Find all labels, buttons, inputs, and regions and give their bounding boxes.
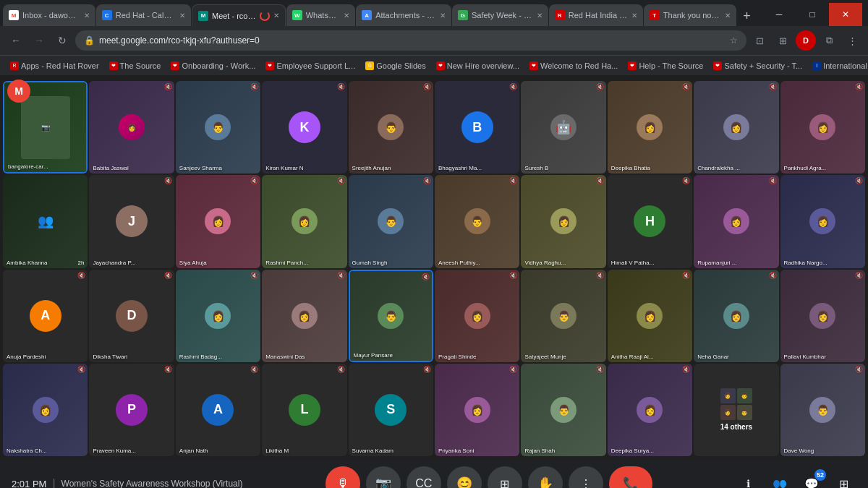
- tab-close-icon[interactable]: ✕: [440, 12, 446, 20]
- redhat-favicon: R: [555, 10, 565, 20]
- menu-button[interactable]: ⋮: [842, 30, 862, 51]
- tile-name: Gumah Singh: [352, 260, 388, 266]
- tab-close-icon[interactable]: ✕: [344, 12, 349, 20]
- forward-button[interactable]: →: [29, 30, 49, 51]
- minimize-button[interactable]: ─: [762, 3, 796, 26]
- meet-right-controls: ℹ 👥 💬 52 ⊞: [735, 471, 856, 488]
- participants-button[interactable]: 👥: [767, 471, 793, 488]
- meet-favicon: M: [198, 11, 208, 21]
- activities-button[interactable]: ⊞: [830, 471, 856, 488]
- bookmark-welcome[interactable]: ❤ Welcome to Red Ha...: [525, 60, 622, 72]
- end-call-button[interactable]: 📞: [609, 466, 652, 488]
- tab-safety[interactable]: G Safety Week - G... ✕: [452, 4, 548, 26]
- tab-close-icon[interactable]: ✕: [273, 12, 279, 20]
- tile-name: Mayur Pansare: [354, 352, 393, 359]
- tile-name: Rashmi Panch...: [265, 260, 308, 266]
- tile-mute-icon: 🔇: [164, 83, 172, 90]
- tile-babita: 👩 🔇 Babita Jaswal: [89, 81, 174, 174]
- tab-bar: M Inbox - dawong... ✕ C Red Hat - Calen.…: [0, 0, 868, 26]
- tile-mute-icon: 🔇: [250, 177, 258, 184]
- tile-mute-icon: 🔇: [855, 83, 863, 90]
- tile-name: Pragati Shinde: [438, 354, 476, 360]
- chat-button[interactable]: 💬 52: [799, 471, 825, 488]
- new-tab-button[interactable]: +: [737, 6, 757, 26]
- star-icon[interactable]: ☆: [730, 35, 738, 46]
- tile-mute-icon: 🔇: [164, 272, 172, 279]
- gmail-favicon: M: [9, 10, 19, 20]
- tab-close-icon[interactable]: ✕: [725, 12, 731, 20]
- tab-inbox[interactable]: M Inbox - dawong... ✕: [3, 4, 95, 26]
- tile-mute-icon: 🔇: [423, 83, 431, 90]
- tile-mute-icon: 🔇: [250, 83, 258, 90]
- info-button[interactable]: ℹ: [735, 471, 761, 488]
- bookmark-sos[interactable]: I International SOS M...: [808, 60, 868, 72]
- tab-redhat-india[interactable]: R Red Hat India S... ✕: [549, 4, 643, 26]
- raise-hand-button[interactable]: ✋: [528, 466, 563, 488]
- tab-loading-icon: [260, 11, 270, 21]
- tab-meet[interactable]: M Meet - rco-t... ✕: [192, 4, 286, 26]
- present-button[interactable]: ⊞: [488, 466, 522, 488]
- tile-name: Anuja Pardeshi: [7, 354, 46, 360]
- bookmark-slides[interactable]: G Google Slides: [361, 60, 430, 72]
- profile-button[interactable]: D: [796, 30, 816, 51]
- tab-close-icon[interactable]: ✕: [179, 12, 185, 20]
- tile-name: Babita Jaswal: [93, 165, 128, 171]
- tile-name: Satyajeet Munje: [524, 354, 566, 360]
- back-button[interactable]: ←: [6, 30, 26, 51]
- emoji-button[interactable]: 😊: [447, 466, 482, 488]
- reload-button[interactable]: ↻: [52, 30, 72, 51]
- bookmark-newhire[interactable]: ❤ New Hire overview...: [432, 60, 524, 72]
- tile-mute-icon: 🔇: [423, 177, 431, 184]
- tile-jayachandra: J 🔇 Jayachandra P...: [89, 175, 174, 267]
- mute-button[interactable]: 🎙: [326, 466, 360, 488]
- cast-button[interactable]: ⊡: [749, 30, 770, 51]
- tile-mute-icon: 🔇: [337, 272, 345, 279]
- screenshot-button[interactable]: ⊞: [773, 30, 793, 51]
- tile-name: Deepika Bhatia: [611, 165, 650, 171]
- bookmark-safety-security[interactable]: ❤ Safety + Security - T...: [709, 60, 807, 72]
- captions-icon: CC: [415, 477, 432, 488]
- tile-chandralekha: 👩 🔇 Chandralekha ...: [694, 81, 778, 174]
- bookmark-source[interactable]: ❤ The Source: [105, 60, 166, 72]
- bookmark-apps[interactable]: R Apps - Red Hat Rover: [6, 60, 103, 72]
- meet-controls-center: 🎙 📷 CC 😊 ⊞ ✋ ⋮ 📞: [326, 466, 652, 488]
- more-options-button[interactable]: ⋮: [569, 466, 603, 488]
- address-input[interactable]: 🔒 meet.google.com/rco-tkjq-xfu?authuser=…: [75, 30, 746, 51]
- tile-suresh: 🤖 🔇 Suresh B: [521, 81, 605, 174]
- bookmark-employee[interactable]: ❤ Employee Support L...: [261, 60, 359, 72]
- close-button[interactable]: ✕: [829, 3, 862, 26]
- mute-icon: 🎙: [336, 476, 349, 489]
- tile-anitha: 👩 🔇 Anitha Raaji Al...: [608, 270, 692, 362]
- tab-close-icon[interactable]: ✕: [537, 12, 542, 20]
- camera-icon: 📷: [375, 476, 391, 488]
- maximize-button[interactable]: □: [796, 3, 829, 26]
- tile-name: Rupamanjuri ...: [697, 260, 736, 266]
- tile-mute-icon: 🔇: [596, 83, 604, 90]
- tile-mute-icon: 🔇: [250, 272, 258, 279]
- tab-thankyou[interactable]: T Thank you note... ✕: [644, 4, 736, 26]
- bookmark-help[interactable]: ❤ Help - The Source: [624, 60, 707, 72]
- tile-name: Anjan Nath: [179, 448, 208, 454]
- meet-logo: M: [7, 80, 30, 103]
- tile-name: Deepika Surya...: [611, 448, 654, 454]
- tile-mute-icon: 🔇: [422, 273, 430, 281]
- tile-count-label: 14 others: [720, 423, 752, 431]
- camera-button[interactable]: 📷: [366, 466, 401, 488]
- calendar-favicon: C: [102, 10, 112, 20]
- tile-ambika: 👥 Ambika Khanna 2h: [3, 175, 88, 267]
- tile-sreejith: 👨 🔇 Sreejith Anujan: [349, 81, 433, 174]
- captions-button[interactable]: CC: [407, 466, 441, 488]
- tab-attachments[interactable]: A Attachments - O... ✕: [356, 4, 451, 26]
- bookmark-onboarding[interactable]: ❤ Onboarding - Work...: [166, 60, 260, 72]
- tab-calendar[interactable]: C Red Hat - Calen... ✕: [96, 4, 191, 26]
- tile-himali: H 🔇 Himali V Patha...: [608, 175, 692, 267]
- tab-close-icon[interactable]: ✕: [84, 12, 90, 20]
- tab-whatsapp[interactable]: W WhatsApp ✕: [286, 4, 355, 26]
- tile-likitha: L 🔇 Likitha M: [262, 364, 346, 456]
- extensions-button[interactable]: ⧉: [819, 30, 839, 51]
- tab-close-icon[interactable]: ✕: [631, 12, 637, 20]
- tab-label: Attachments - O...: [375, 11, 436, 20]
- tile-name: Pallavi Kumbhar: [784, 354, 826, 360]
- whatsapp-favicon: W: [292, 10, 302, 20]
- tile-name: Praveen Kuma...: [93, 448, 136, 454]
